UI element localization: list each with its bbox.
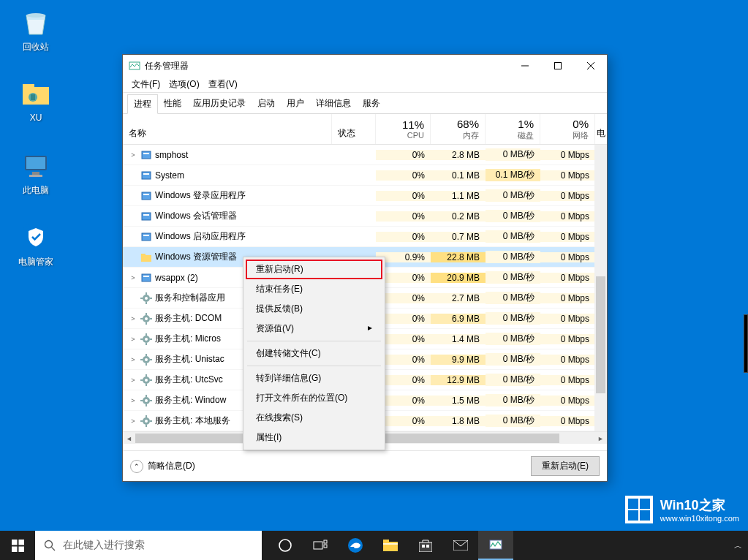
tab-2[interactable]: 应用历史记录 <box>187 94 252 113</box>
col-网络[interactable]: 0%网络 <box>540 114 595 144</box>
svg-point-54 <box>145 379 148 382</box>
vertical-scrollbar[interactable] <box>594 145 607 438</box>
expand-icon[interactable]: > <box>129 377 137 384</box>
cpu-cell: 0% <box>376 211 431 222</box>
process-icon <box>140 190 152 202</box>
app-icon <box>129 60 140 72</box>
chevron-up-icon[interactable]: ︿ <box>734 540 742 551</box>
svg-point-60 <box>145 399 148 402</box>
svg-rect-24 <box>143 235 149 236</box>
store-icon[interactable] <box>408 531 443 560</box>
ctx-item[interactable]: 重新启动(R) <box>246 260 382 279</box>
maximize-button[interactable] <box>541 55 574 77</box>
tab-6[interactable]: 服务 <box>357 94 386 113</box>
process-row[interactable]: > smphost 0% 2.8 MB 0 MB/秒 0 Mbps <box>123 145 607 165</box>
process-row[interactable]: Windows 会话管理器 0% 0.2 MB 0 MB/秒 0 Mbps <box>123 206 607 227</box>
restart-button[interactable]: 重新启动(E) <box>531 456 600 476</box>
net-cell: 0 Mbps <box>540 150 595 160</box>
desktop-icon-folder[interactable]: XU <box>9 76 63 123</box>
ctx-item[interactable]: 创建转储文件(C) <box>246 344 382 363</box>
process-name: 服务和控制器应用 <box>155 292 225 304</box>
expand-icon[interactable]: > <box>129 356 137 363</box>
start-button[interactable] <box>0 531 35 560</box>
expand-icon[interactable]: > <box>129 315 137 322</box>
side-handle[interactable] <box>744 314 748 373</box>
ctx-item[interactable]: 转到详细信息(G) <box>246 368 382 388</box>
taskbar-search[interactable]: 在此键入进行搜索 <box>35 531 262 560</box>
close-button[interactable] <box>574 55 607 77</box>
process-icon <box>140 170 152 181</box>
menubar: 文件(F)选项(O)查看(V) <box>123 77 607 93</box>
expand-icon[interactable]: > <box>129 417 137 425</box>
expand-icon[interactable]: > <box>129 151 137 159</box>
mem-cell: 1.5 MB <box>431 396 486 406</box>
tab-3[interactable]: 启动 <box>252 94 281 113</box>
ctx-item[interactable]: 资源值(V)▸ <box>246 319 382 338</box>
col-status[interactable]: 状态 <box>332 114 376 144</box>
process-row[interactable]: Windows 登录应用程序 0% 1.1 MB 0 MB/秒 0 Mbps <box>123 186 607 206</box>
mail-icon[interactable] <box>443 531 478 560</box>
net-cell: 0 Mbps <box>540 375 595 385</box>
svg-rect-28 <box>143 276 149 277</box>
process-icon <box>140 211 152 222</box>
menu-item[interactable]: 文件(F) <box>127 77 165 92</box>
svg-point-48 <box>145 358 148 361</box>
system-tray[interactable]: ︿ <box>734 540 748 551</box>
process-icon <box>140 395 152 406</box>
menu-item[interactable]: 选项(O) <box>165 77 203 92</box>
minimize-button[interactable] <box>508 55 541 77</box>
expand-icon[interactable]: > <box>129 397 137 404</box>
col-内存[interactable]: 68%内存 <box>431 114 486 144</box>
process-name: System <box>155 170 184 181</box>
net-cell: 0 Mbps <box>540 191 595 201</box>
ctx-item[interactable]: 属性(I) <box>246 428 382 447</box>
edge-icon[interactable] <box>338 531 373 560</box>
process-row[interactable]: Windows 启动应用程序 0% 0.7 MB 0 MB/秒 0 Mbps <box>123 227 607 247</box>
file-explorer-icon[interactable] <box>373 531 408 560</box>
svg-rect-78 <box>314 542 322 549</box>
menu-item[interactable]: 查看(V) <box>204 77 242 92</box>
process-row[interactable]: System 0% 0.1 MB 0.1 MB/秒 0 Mbps <box>123 165 607 186</box>
expand-icon[interactable]: > <box>129 336 137 343</box>
col-CPU[interactable]: 11%CPU <box>376 114 431 144</box>
task-view-icon[interactable] <box>303 531 338 560</box>
task-manager-taskbar-icon[interactable] <box>478 531 513 560</box>
ctx-item[interactable]: 在线搜索(S) <box>246 408 382 428</box>
ctx-item[interactable]: 结束任务(E) <box>246 279 382 299</box>
net-cell: 0 Mbps <box>540 273 595 283</box>
tab-1[interactable]: 性能 <box>158 94 187 113</box>
col-磁盘[interactable]: 1%磁盘 <box>486 114 540 144</box>
tab-5[interactable]: 详细信息 <box>310 94 357 113</box>
desktop-icon-recycle[interactable]: 回收站 <box>9 4 63 53</box>
col-extra[interactable]: 电 <box>595 114 607 144</box>
svg-point-36 <box>145 317 148 320</box>
fewer-details-button[interactable]: ⌃ 简略信息(D) <box>130 460 531 473</box>
titlebar[interactable]: 任务管理器 <box>123 55 607 77</box>
context-menu: 重新启动(R)结束任务(E)提供反馈(B)资源值(V)▸创建转储文件(C)转到详… <box>243 257 385 450</box>
col-name[interactable]: 名称 <box>123 114 332 144</box>
ctx-item[interactable]: 打开文件所在的位置(O) <box>246 388 382 408</box>
ctx-item[interactable]: 提供反馈(B) <box>246 299 382 319</box>
net-cell: 0 Mbps <box>540 396 595 406</box>
tab-0[interactable]: 进程 <box>127 94 158 114</box>
cortana-icon[interactable] <box>268 531 303 560</box>
windows-logo-icon <box>625 496 653 523</box>
desktop-icon-shield[interactable]: 电脑管家 <box>9 219 63 268</box>
svg-rect-12 <box>554 63 561 69</box>
svg-point-75 <box>45 541 53 548</box>
net-cell: 0 Mbps <box>540 334 595 344</box>
disk-cell: 0 MB/秒 <box>486 394 540 406</box>
svg-point-0 <box>26 13 45 18</box>
process-name: Windows 资源管理器 <box>155 251 237 263</box>
svg-point-42 <box>145 338 148 341</box>
svg-rect-17 <box>142 172 151 179</box>
recycle-icon <box>18 4 53 39</box>
disk-cell: 0.1 MB/秒 <box>486 169 540 181</box>
svg-point-77 <box>279 540 291 551</box>
desktop-icon-pc[interactable]: 此电脑 <box>9 148 63 197</box>
mem-cell: 12.9 MB <box>431 375 486 385</box>
expand-icon[interactable]: > <box>129 274 137 281</box>
net-cell: 0 Mbps <box>540 170 595 181</box>
tab-4[interactable]: 用户 <box>281 94 310 113</box>
svg-rect-71 <box>12 540 18 545</box>
